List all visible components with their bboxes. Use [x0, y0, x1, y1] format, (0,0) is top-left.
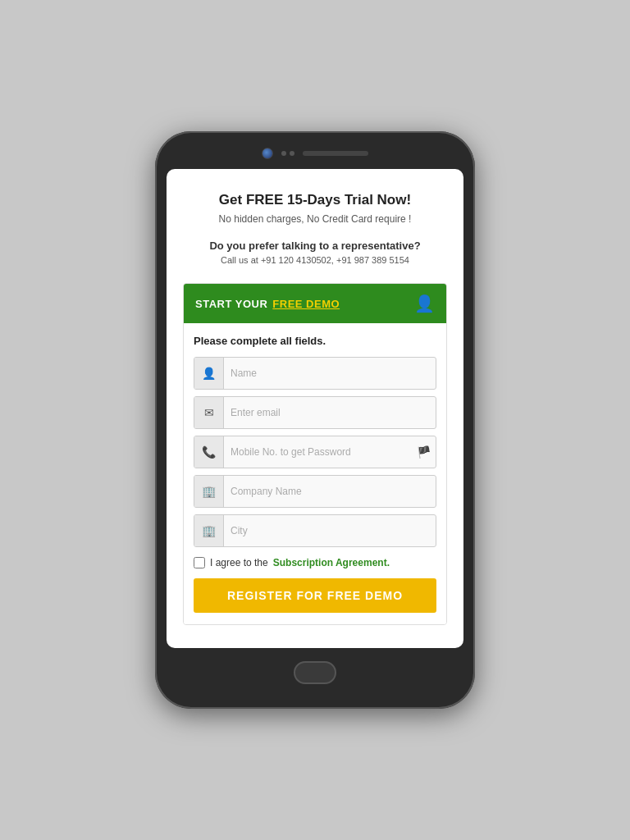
flag-icon: 🏴: [417, 445, 436, 459]
email-input-row: ✉: [194, 396, 436, 429]
form-header: START YOUR FREE DEMO 👤: [184, 284, 446, 323]
agree-link[interactable]: Subscription Agreement.: [273, 557, 390, 568]
company-input-row: 🏢: [194, 475, 436, 508]
call-text: Call us at +91 120 4130502, +91 987 389 …: [183, 255, 447, 265]
name-input-row: 👤: [194, 357, 436, 390]
person-icon: 👤: [194, 358, 224, 389]
mobile-input[interactable]: [224, 440, 417, 464]
phone-screen: Get FREE 15-Days Trial Now! No hidden ch…: [167, 169, 463, 648]
city-input[interactable]: [224, 518, 436, 543]
agree-row: I agree to the Subscription Agreement.: [194, 557, 436, 568]
form-body: Please complete all fields. 👤 ✉ 📞 🏴: [184, 323, 446, 624]
phone-icon: 📞: [194, 436, 224, 468]
form-header-left: START YOUR FREE DEMO: [195, 298, 340, 310]
dot-2: [290, 151, 294, 156]
free-demo-label: FREE DEMO: [272, 298, 340, 310]
agree-checkbox[interactable]: [194, 557, 205, 568]
agree-prefix: I agree to the: [210, 557, 268, 568]
name-input[interactable]: [224, 361, 436, 386]
mobile-input-row: 📞 🏴: [194, 436, 436, 468]
dot-1: [281, 151, 286, 156]
register-button[interactable]: REGISTER FOR FREE DEMO: [194, 578, 436, 613]
complete-label: Please complete all fields.: [194, 335, 436, 347]
phone-bottom: [167, 661, 463, 684]
start-your-label: START YOUR: [195, 298, 267, 310]
email-icon: ✉: [194, 397, 224, 428]
email-input[interactable]: [224, 400, 436, 425]
speaker: [303, 151, 368, 156]
camera-icon: [262, 148, 273, 159]
form-box: START YOUR FREE DEMO 👤 Please complete a…: [183, 283, 447, 625]
phone-frame: Get FREE 15-Days Trial Now! No hidden ch…: [155, 131, 475, 709]
user-icon: 👤: [414, 294, 435, 313]
phone-top-bar: [167, 148, 463, 159]
rep-text: Do you prefer talking to a representativ…: [183, 240, 447, 252]
subline: No hidden charges, No Credit Card requir…: [183, 213, 447, 225]
headline: Get FREE 15-Days Trial Now!: [183, 192, 447, 208]
city-input-row: 🏢: [194, 514, 436, 547]
home-button[interactable]: [294, 661, 336, 684]
company-icon: 🏢: [194, 476, 224, 507]
city-icon: 🏢: [194, 515, 224, 546]
phone-dots: [281, 151, 294, 156]
company-input[interactable]: [224, 479, 436, 504]
